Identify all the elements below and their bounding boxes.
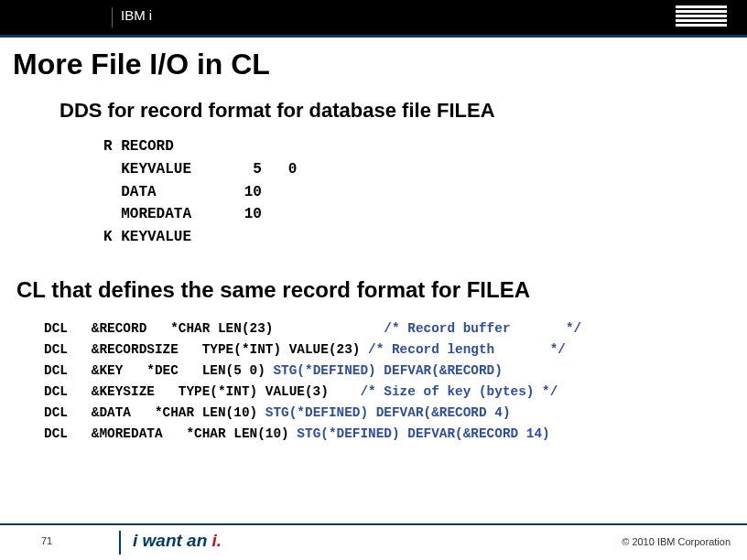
cl-line-4b: /* Size of key (bytes) */ [360,384,558,399]
cl-line-2b: /* Record length */ [368,342,566,357]
footer-divider [119,531,121,555]
tagline: i want an i. [133,531,222,551]
cl-line-6b: STG(*DEFINED) DEFVAR(&RECORD 14) [297,426,549,441]
cl-line-3a: DCL &KEY *DEC LEN(5 0) [44,363,273,378]
dds-line-5: K KEYVALUE [103,229,191,245]
page-number: 71 [41,535,52,546]
section-heading-dds: DDS for record format for database file … [60,99,495,123]
ibm-logo [676,5,727,28]
cl-line-1b: /* Record buffer */ [384,321,581,336]
brand-line: IBM i [121,7,152,23]
cl-line-1a: DCL &RECORD *CHAR LEN(23) [44,321,384,336]
top-bar: IBM i [0,0,747,38]
section-heading-cl: CL that defines the same record format f… [16,277,530,303]
slide-title: More File I/O in CL [13,48,270,81]
cl-line-3b: STG(*DEFINED) DEFVAR(&RECORD) [273,363,502,378]
tagline-i: i. [212,531,222,550]
dds-line-3: DATA 10 [103,184,262,200]
dds-line-2: KEYVALUE 5 0 [103,161,297,178]
footer-bar: 71 i want an i. © 2010 IBM Corporation [0,523,747,560]
cl-line-2a: DCL &RECORDSIZE TYPE(*INT) VALUE(23) [44,342,368,357]
copyright: © 2010 IBM Corporation [622,536,731,547]
cl-line-6a: DCL &MOREDATA *CHAR LEN(10) [44,426,297,441]
dds-line-1: R RECORD [103,138,174,155]
top-divider [112,7,113,27]
cl-line-5a: DCL &DATA *CHAR LEN(10) [44,405,265,420]
dds-line-4: MOREDATA 10 [103,206,262,222]
cl-code-block: DCL &RECORD *CHAR LEN(23) /* Record buff… [44,318,581,445]
cl-line-4a: DCL &KEYSIZE TYPE(*INT) VALUE(3) [44,384,360,399]
cl-line-5b: STG(*DEFINED) DEFVAR(&RECORD 4) [265,405,511,420]
tagline-pre: i want an [133,531,212,550]
dds-code-block: R RECORD KEYVALUE 5 0 DATA 10 MOREDATA 1… [103,135,297,249]
